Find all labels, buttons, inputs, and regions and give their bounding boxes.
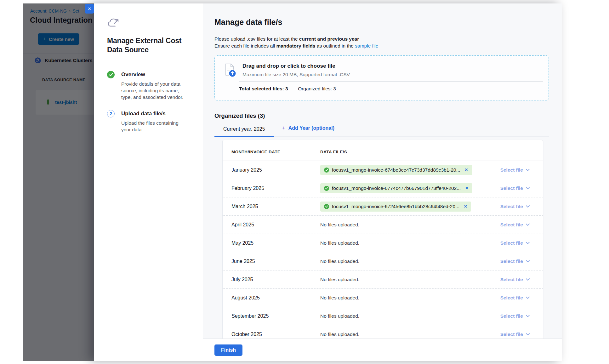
table-row: September 2025 No files uploaded. Select…	[223, 307, 543, 325]
year-tabs: Current year, 2025 + Add Year (optional)	[214, 125, 549, 137]
drawer-footer: Finish	[203, 338, 562, 361]
select-file-label: Select file	[500, 313, 523, 319]
select-file-dropdown[interactable]: Select file	[500, 204, 534, 209]
files-cell: focusv1_mongo-invoice-6774c477b667901d77…	[320, 183, 500, 193]
table-row: October 2025 No files uploaded. Select f…	[223, 325, 543, 338]
step-overview-label: Overview	[121, 71, 188, 78]
step-upload-description: Upload the files containing your data.	[121, 120, 188, 133]
month-label: March 2025	[231, 204, 320, 209]
drawer-title: Manage External Cost Data Source	[107, 36, 191, 54]
month-label: August 2025	[231, 295, 320, 301]
dropzone-title: Drag and drop or click to choose file	[242, 63, 350, 69]
stepper-panel: Manage External Cost Data Source Overvie…	[94, 3, 203, 361]
table-row: January 2025 focusv1_mongo-invoice-674be…	[223, 161, 543, 179]
file-chip-name: focusv1_mongo-invoice-672456ee851bbb28c6…	[332, 204, 459, 209]
step-upload-label: Upload data file/s	[121, 111, 188, 117]
select-file-label: Select file	[500, 295, 523, 301]
step-complete-check-icon	[107, 71, 115, 78]
scroll-area[interactable]: Manage data file/s Please upload .csv fi…	[203, 3, 562, 338]
chevron-down-icon	[526, 169, 530, 171]
organized-files-count: Organized files: 3	[298, 86, 336, 92]
select-file-dropdown[interactable]: Select file	[500, 277, 534, 282]
files-cell: No files uploaded.	[320, 240, 500, 246]
empty-files-text: No files uploaded.	[320, 240, 359, 246]
check-circle-icon	[324, 204, 329, 209]
empty-files-text: No files uploaded.	[320, 259, 359, 264]
close-button[interactable]: ✕	[85, 4, 94, 14]
table-row: April 2025 No files uploaded. Select fil…	[223, 216, 543, 234]
table-row: February 2025 focusv1_mongo-invoice-6774…	[223, 179, 543, 197]
upload-file-icon	[223, 63, 237, 77]
select-file-dropdown[interactable]: Select file	[500, 167, 534, 173]
files-cell: No files uploaded.	[320, 332, 500, 337]
background-page: Account: CCM-NG › Set Cloud Integration …	[23, 3, 94, 361]
step-upload-data[interactable]: 2 Upload data file/s Upload the files co…	[107, 110, 191, 133]
finish-button[interactable]: Finish	[214, 344, 242, 356]
select-file-dropdown[interactable]: Select file	[500, 259, 534, 264]
month-label: May 2025	[231, 240, 320, 246]
chevron-down-icon	[526, 315, 530, 317]
chevron-down-icon	[526, 333, 530, 335]
month-label: April 2025	[231, 222, 320, 228]
select-file-dropdown[interactable]: Select file	[500, 332, 534, 337]
close-icon: ✕	[88, 7, 91, 11]
check-circle-icon	[324, 168, 329, 173]
empty-files-text: No files uploaded.	[320, 313, 359, 319]
select-file-dropdown[interactable]: Select file	[500, 185, 534, 191]
file-chip: focusv1_mongo-invoice-6774c477b667901d77…	[320, 183, 472, 193]
chevron-down-icon	[526, 187, 530, 189]
sample-file-link[interactable]: sample file	[355, 43, 378, 48]
select-file-label: Select file	[500, 259, 523, 264]
file-chip-name: focusv1_mongo-invoice-6774c477b667901d77…	[332, 185, 461, 191]
select-file-dropdown[interactable]: Select file	[500, 222, 534, 228]
select-file-label: Select file	[500, 204, 523, 209]
select-file-label: Select file	[500, 277, 523, 282]
step-overview[interactable]: Overview Provide details of your data so…	[107, 71, 191, 100]
chevron-down-icon	[526, 278, 530, 281]
page: Account: CCM-NG › Set Cloud Integration …	[0, 0, 609, 364]
select-file-label: Select file	[500, 222, 523, 228]
table-header: MONTH/INVOICE DATE DATA FILE/S	[223, 140, 543, 161]
table-row: June 2025 No files uploaded. Select file	[223, 252, 543, 270]
intro-line-2: Ensure each file includes all mandatory …	[214, 43, 549, 49]
table-row: August 2025 No files uploaded. Select fi…	[223, 289, 543, 307]
select-file-dropdown[interactable]: Select file	[500, 295, 534, 301]
monthly-files-table: MONTH/INVOICE DATE DATA FILE/S January 2…	[222, 140, 543, 338]
remove-file-icon[interactable]: ✕	[465, 168, 468, 172]
month-label: January 2025	[231, 167, 320, 173]
empty-files-text: No files uploaded.	[320, 222, 359, 228]
files-cell: No files uploaded.	[320, 222, 500, 228]
file-counters: Total selected files: 3 Organized files:…	[239, 86, 543, 92]
file-dropzone[interactable]: Drag and drop or click to choose file Ma…	[214, 55, 549, 100]
add-year-label: Add Year (optional)	[288, 125, 334, 131]
select-file-dropdown[interactable]: Select file	[500, 240, 534, 246]
remove-file-icon[interactable]: ✕	[464, 204, 467, 209]
intro-line-1: Please upload .csv files for at least th…	[214, 36, 549, 43]
chevron-down-icon	[526, 260, 530, 262]
month-label: February 2025	[231, 185, 320, 191]
tab-current-year[interactable]: Current year, 2025	[214, 126, 274, 137]
manage-data-source-drawer: ✕ Manage External Cost Data Source	[94, 3, 562, 361]
remove-file-icon[interactable]: ✕	[465, 186, 469, 191]
total-selected-files: Total selected files: 3	[239, 86, 288, 92]
empty-files-text: No files uploaded.	[320, 295, 359, 301]
vertical-divider	[293, 86, 293, 92]
stepper: Overview Provide details of your data so…	[107, 71, 191, 133]
file-chip: focusv1_mongo-invoice-672456ee851bbb28c6…	[320, 202, 471, 212]
select-file-label: Select file	[500, 332, 523, 337]
divider	[239, 81, 543, 82]
month-label: September 2025	[231, 313, 320, 319]
table-row: July 2025 No files uploaded. Select file	[223, 270, 543, 289]
month-label: October 2025	[231, 332, 320, 337]
add-year-button[interactable]: + Add Year (optional)	[282, 125, 335, 136]
month-label: June 2025	[231, 259, 320, 264]
cloud-export-icon	[107, 18, 191, 28]
intro-text: Please upload .csv files for at least th…	[214, 36, 549, 49]
chevron-down-icon	[526, 297, 530, 299]
upload-step-content: Manage data file/s Please upload .csv fi…	[203, 3, 562, 361]
select-file-dropdown[interactable]: Select file	[500, 313, 534, 319]
chevron-down-icon	[526, 205, 530, 208]
modal-dim-overlay	[23, 3, 94, 361]
select-file-label: Select file	[500, 185, 523, 191]
step-overview-description: Provide details of your data source, inc…	[121, 81, 188, 100]
